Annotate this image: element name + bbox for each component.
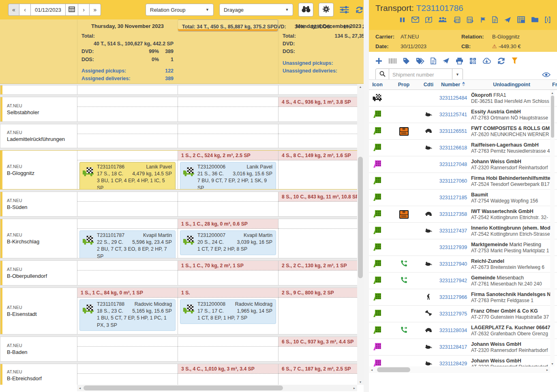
refresh-planner-icon[interactable]: [355, 6, 364, 14]
day-cell[interactable]: [278, 219, 357, 258]
relation-row[interactable]: AT.NEUB-KirchschlagT231101787Kvapil Mart…: [0, 219, 357, 258]
shipment-row[interactable]: 3231127185BaumitAT-2754 Waldegg Wopfing …: [369, 190, 557, 206]
first-day-button[interactable]: «: [8, 4, 19, 16]
shipment-number-link[interactable]: 3231127975: [435, 306, 471, 322]
envelope-icon[interactable]: [411, 17, 419, 23]
table-back-icon[interactable]: [453, 17, 461, 23]
day-cell[interactable]: 4 S., 4 C., 936 kg, 1 m³, 3.8 SP: [278, 97, 357, 121]
brackets-icon[interactable]: [545, 17, 551, 23]
day-column-header[interactable]: Friday, 1 December 2023Total: 34 T., 450…: [178, 19, 278, 32]
tags-icon[interactable]: [416, 58, 424, 64]
shipment-row[interactable]: 0011113231126551FWT COMPOSITES & ROLLS G…: [369, 123, 557, 140]
search-button[interactable]: [375, 68, 389, 81]
day-cell[interactable]: [178, 337, 278, 361]
day-cell[interactable]: 3 S., 4 C., 1,010 kg, 3 m³, 3.4 SP: [178, 364, 278, 385]
table-forward-icon[interactable]: [467, 17, 474, 23]
day-cell[interactable]: [77, 364, 178, 385]
scroll-right-icon[interactable]: ►: [544, 366, 550, 373]
relation-row[interactable]: AT.NEUB-GloggnitzT231101786Lanik Pavel17…: [0, 150, 357, 190]
day-cell[interactable]: [178, 192, 278, 216]
relation-row[interactable]: AT.NEUB-Ebreichsdorf3 S., 4 C., 1,010 kg…: [0, 364, 357, 385]
shipment-number-link[interactable]: 3231127048: [435, 156, 471, 173]
scroll-down-icon[interactable]: ▼: [550, 361, 555, 366]
shipment-number-link[interactable]: 3231127060: [435, 173, 471, 189]
pause-icon[interactable]: [399, 17, 405, 23]
column-header-icon[interactable]: Icon: [369, 82, 386, 87]
relation-row[interactable]: [0, 85, 357, 95]
scroll-up-icon[interactable]: ▲: [550, 90, 555, 96]
shipment-number-link[interactable]: 3231127940: [435, 256, 471, 272]
shipments-vertical-scrollbar[interactable]: ▲ ▼: [550, 90, 555, 366]
qr-icon[interactable]: [469, 58, 476, 64]
eye-icon[interactable]: [542, 72, 551, 78]
find-button[interactable]: [298, 3, 313, 17]
relation-group-select[interactable]: Relation Group ▼: [146, 4, 214, 16]
settings-button[interactable]: [319, 3, 334, 17]
shipment-row[interactable]: 3231127939Marktgemeinde Markt PiestingAT…: [369, 239, 557, 256]
day-cell[interactable]: 6 S., 7 C., 187 kg, 2 m³, 2.5 SP: [278, 364, 357, 385]
column-header-freight[interactable]: Fre: [552, 82, 557, 87]
tag-icon[interactable]: [403, 58, 410, 64]
relation-row[interactable]: AT.NEUB-Baden6 S., 10 C., 937 kg, 3 m³, …: [0, 337, 357, 362]
relation-row[interactable]: AT.NEUB-Oberpullendorf1 S., 1 C., 70 kg,…: [0, 260, 357, 285]
filter-settings-icon[interactable]: [339, 6, 349, 14]
column-header-prop[interactable]: Prop: [386, 82, 422, 87]
day-cell[interactable]: 1 S., 1 C., 28 kg, 0 m³, 0.6 SPT23120000…: [178, 219, 278, 258]
transport-card[interactable]: T231200007Kvapil Martin20 S., 24 C.3,039…: [180, 230, 276, 255]
day-cell[interactable]: [278, 124, 357, 148]
folder-icon[interactable]: [531, 17, 539, 23]
day-cell[interactable]: T231101787Kvapil Martin22 S., 29 C.5,596…: [77, 219, 178, 258]
shipment-number-link[interactable]: 3231127939: [435, 239, 471, 256]
shipment-row[interactable]: 3231127966Firma Sanotechnik Handelsges N…: [369, 289, 557, 306]
view-select[interactable]: Drayage ▼: [219, 4, 293, 16]
day-cell[interactable]: 1 S., 2 C., 524 kg, 2 m³, 2.5 SPT2312000…: [178, 151, 278, 189]
send-icon[interactable]: [442, 58, 450, 64]
column-header-cdti[interactable]: Cdti: [422, 82, 435, 87]
relation-row[interactable]: AT.NEUSelbstabholer4 S., 4 C., 936 kg, 1…: [0, 97, 357, 122]
scroll-right-icon[interactable]: ►: [351, 385, 357, 391]
shipment-number-link[interactable]: 3231127185: [435, 190, 471, 206]
search-type-dropdown[interactable]: ▼: [452, 68, 463, 81]
shipment-row[interactable]: 3231125741Essity Austria GmbHAT-2763 Ort…: [369, 107, 557, 123]
day-cell[interactable]: [77, 337, 178, 361]
date-input[interactable]: 01/12/2023: [31, 4, 66, 16]
shipment-number-link[interactable]: 3231125741: [435, 107, 471, 123]
shipment-number-link[interactable]: 3231127942: [435, 273, 471, 289]
shipment-number-link[interactable]: 3231128429: [435, 356, 471, 366]
shipment-row[interactable]: 0011113231127358IWT Wassertechnik GmbHAT…: [369, 206, 557, 223]
shipment-row[interactable]: 3231127060Firma Hobi Behindertenhilfsmit…: [369, 173, 557, 190]
shipment-row[interactable]: 3231127975Franz Ofner GmbH & Co KGAT-277…: [369, 306, 557, 322]
day-cell[interactable]: [77, 124, 178, 148]
scroll-up-icon[interactable]: ▲: [357, 84, 364, 89]
calendar-button[interactable]: [66, 4, 78, 16]
day-cell[interactable]: 1 S., 1 C., 84 kg, 0 m³, 1 SPT231101788R…: [77, 288, 178, 334]
next-day-button[interactable]: ›: [78, 4, 90, 16]
shipment-number-link[interactable]: 3231127358: [435, 206, 471, 222]
refresh-icon[interactable]: [497, 57, 506, 65]
shipment-number-link[interactable]: 3231126551: [435, 123, 471, 139]
transport-card[interactable]: T231101788Radovic Miodrag18 S., 23 C.5,1…: [79, 299, 176, 331]
shipment-number-link[interactable]: 3231128034: [435, 322, 471, 339]
column-header-number[interactable]: Number: [435, 81, 471, 88]
transport-card[interactable]: T231101787Kvapil Martin22 S., 29 C.5,596…: [79, 230, 176, 258]
add-icon[interactable]: [375, 58, 382, 64]
people-icon[interactable]: [438, 17, 447, 23]
shipment-number-link[interactable]: 3231128417: [435, 339, 471, 355]
shipment-number-link[interactable]: 3231125484: [435, 90, 471, 106]
day-column-header[interactable]: Monday, 4 December 2023Total:134 S., 27,…: [278, 19, 364, 83]
prev-day-button[interactable]: ‹: [19, 4, 31, 16]
day-cell[interactable]: [77, 261, 178, 285]
day-cell[interactable]: [77, 192, 178, 216]
print-icon[interactable]: [456, 58, 463, 64]
relation-row[interactable]: AT.NEUB-Süden8 S., 10 C., 843 kg, 11 m³,…: [0, 192, 357, 217]
shipment-row[interactable]: 3231126618Raiffeisen-Lagerhaus GmbHAT-27…: [369, 140, 557, 156]
day-cell[interactable]: [178, 85, 278, 94]
day-cell[interactable]: 6 S., 10 C., 937 kg, 3 m³, 4.4 SP: [278, 337, 357, 361]
shipment-number-link[interactable]: 3231127966: [435, 289, 471, 305]
day-cell[interactable]: [178, 124, 278, 148]
shipment-row[interactable]: 3231127942Gemeinde MiesenbachAT-2761 Mie…: [369, 273, 557, 289]
day-cell[interactable]: 2 S., 9 C., 800 kg, 2 SP: [278, 288, 357, 334]
day-cell[interactable]: [178, 97, 278, 121]
day-cell[interactable]: 1 S.T231200008Radovic Miodrag17 S., 17 C…: [178, 288, 278, 334]
day-cell[interactable]: [278, 85, 357, 94]
